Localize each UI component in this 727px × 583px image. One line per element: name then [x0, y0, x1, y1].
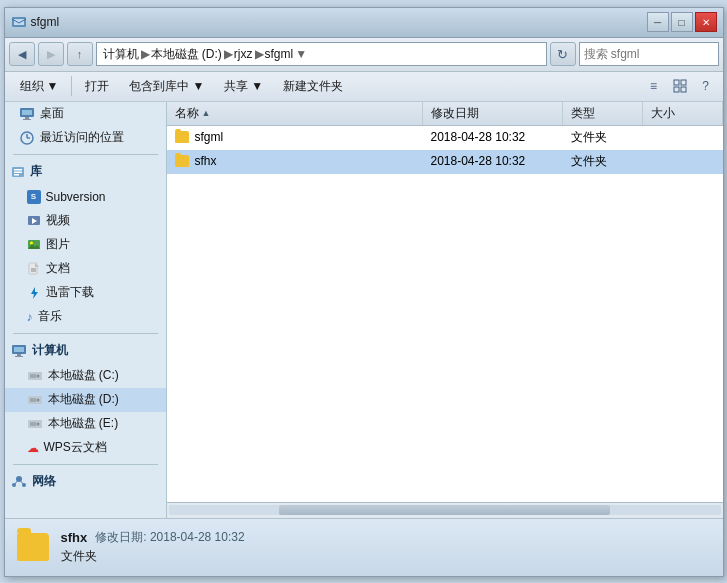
addressbar: ◀ ▶ ↑ 计算机 ▶ 本地磁盘 (D:) ▶ rjxz ▶ sfgml ▼ ↻	[5, 38, 723, 72]
file-type: 文件夹	[571, 153, 607, 170]
sidebar-item-subversion[interactable]: S Subversion	[5, 185, 166, 209]
svg-rect-8	[25, 117, 29, 119]
new-folder-button[interactable]: 新建文件夹	[274, 74, 352, 98]
recent-icon	[19, 131, 35, 145]
maximize-button[interactable]: □	[671, 12, 693, 32]
video-label: 视频	[46, 212, 70, 229]
path-segment-1: 计算机 ▶	[103, 46, 151, 63]
path-segment-2: 本地磁盘 (D:) ▶	[151, 46, 234, 63]
statusbar: sfhx 修改日期: 2018-04-28 10:32 文件夹	[5, 518, 723, 576]
library-header-icon	[11, 165, 25, 179]
open-label: 打开	[85, 78, 109, 95]
open-button[interactable]: 打开	[76, 74, 118, 98]
file-cell-type: 文件夹	[563, 126, 643, 149]
sidebar: 桌面 最近访问的位置	[5, 102, 167, 518]
sidebar-header-network[interactable]: 网络	[5, 469, 166, 495]
path-segment-label: rjxz	[234, 47, 253, 61]
views-button[interactable]: ≡	[643, 75, 665, 97]
sidebar-header-library[interactable]: 库	[5, 159, 166, 185]
status-filename: sfhx	[61, 530, 88, 545]
sidebar-item-thunder[interactable]: 迅雷下载	[5, 281, 166, 305]
up-button[interactable]: ↑	[67, 42, 93, 66]
table-row[interactable]: sfgml 2018-04-28 10:32 文件夹	[167, 126, 723, 150]
sidebar-item-images[interactable]: 图片	[5, 233, 166, 257]
wps-icon: ☁	[27, 441, 39, 455]
svg-rect-14	[14, 169, 22, 171]
include-library-button[interactable]: 包含到库中 ▼	[120, 74, 213, 98]
video-icon	[27, 214, 41, 228]
file-name: sfgml	[195, 130, 224, 144]
sidebar-item-drive-c[interactable]: 本地磁盘 (C:)	[5, 364, 166, 388]
path-segment-4: sfgml ▼	[265, 47, 309, 61]
svg-rect-1	[14, 19, 24, 25]
subversion-label: Subversion	[46, 190, 106, 204]
drive-e-icon	[27, 417, 43, 431]
include-library-label: 包含到库中	[129, 78, 189, 95]
drive-c-label: 本地磁盘 (C:)	[48, 367, 119, 384]
forward-button[interactable]: ▶	[38, 42, 64, 66]
subversion-icon: S	[27, 190, 41, 204]
svg-rect-5	[681, 87, 686, 92]
hscroll-track	[169, 505, 721, 515]
sidebar-divider-2	[13, 333, 158, 334]
back-button[interactable]: ◀	[9, 42, 35, 66]
column-headers: 名称 ▲ 修改日期 类型 大小	[167, 102, 723, 126]
search-input[interactable]	[584, 47, 728, 61]
window-controls: ─ □ ✕	[647, 12, 717, 32]
window-icon	[11, 14, 27, 30]
share-button[interactable]: 共享 ▼	[215, 74, 272, 98]
path-segment-label: sfgml	[265, 47, 294, 61]
col-header-type[interactable]: 类型	[563, 102, 643, 125]
table-row[interactable]: sfhx 2018-04-28 10:32 文件夹	[167, 150, 723, 174]
col-header-name[interactable]: 名称 ▲	[167, 102, 423, 125]
sidebar-section-library: 库 S Subversion 视频	[5, 159, 166, 329]
svg-rect-27	[14, 347, 24, 352]
include-library-arrow: ▼	[192, 79, 204, 93]
col-size-label: 大小	[651, 105, 675, 122]
svg-point-38	[36, 422, 39, 425]
file-cell-size	[643, 126, 723, 149]
search-box[interactable]: 🔍	[579, 42, 719, 66]
organize-button[interactable]: 组织 ▼	[11, 74, 68, 98]
new-folder-label: 新建文件夹	[283, 78, 343, 95]
refresh-button[interactable]: ↻	[550, 42, 576, 66]
svg-rect-16	[14, 174, 19, 176]
titlebar: sfgml ─ □ ✕	[5, 8, 723, 38]
sidebar-item-desktop[interactable]: 桌面	[5, 102, 166, 126]
file-date: 2018-04-28 10:32	[431, 154, 526, 168]
address-path[interactable]: 计算机 ▶ 本地磁盘 (D:) ▶ rjxz ▶ sfgml ▼	[96, 42, 547, 66]
help-button[interactable]: ?	[695, 75, 717, 97]
horizontal-scrollbar[interactable]	[167, 502, 723, 518]
sidebar-item-drive-e[interactable]: 本地磁盘 (E:)	[5, 412, 166, 436]
main-area: 桌面 最近访问的位置	[5, 102, 723, 518]
svg-rect-31	[30, 374, 36, 378]
sidebar-item-recent[interactable]: 最近访问的位置	[5, 126, 166, 150]
share-arrow: ▼	[251, 79, 263, 93]
svg-point-20	[30, 241, 33, 244]
col-header-size[interactable]: 大小	[643, 102, 723, 125]
hscroll-thumb[interactable]	[279, 505, 610, 515]
close-button[interactable]: ✕	[695, 12, 717, 32]
file-cell-size	[643, 150, 723, 173]
svg-rect-9	[23, 119, 31, 120]
sidebar-item-video[interactable]: 视频	[5, 209, 166, 233]
sidebar-header-computer[interactable]: 计算机	[5, 338, 166, 364]
computer-header-label: 计算机	[32, 342, 68, 359]
sidebar-item-wps[interactable]: ☁ WPS云文档	[5, 436, 166, 460]
col-header-date[interactable]: 修改日期	[423, 102, 563, 125]
sidebar-item-docs[interactable]: 文档	[5, 257, 166, 281]
toolbar: 组织 ▼ 打开 包含到库中 ▼ 共享 ▼ 新建文件夹 ≡	[5, 72, 723, 102]
folder-icon	[175, 155, 189, 167]
desktop-label: 桌面	[40, 105, 64, 122]
sidebar-item-music[interactable]: ♪ 音乐	[5, 305, 166, 329]
path-segment-3: rjxz ▶	[234, 47, 265, 61]
col-type-label: 类型	[571, 105, 595, 122]
library-header-label: 库	[30, 163, 42, 180]
computer-header-icon	[11, 344, 27, 358]
minimize-button[interactable]: ─	[647, 12, 669, 32]
docs-label: 文档	[46, 260, 70, 277]
music-icon: ♪	[27, 310, 33, 324]
layout-button[interactable]	[669, 75, 691, 97]
sidebar-item-drive-d[interactable]: 本地磁盘 (D:)	[5, 388, 166, 412]
file-cell-name: sfgml	[167, 126, 423, 149]
